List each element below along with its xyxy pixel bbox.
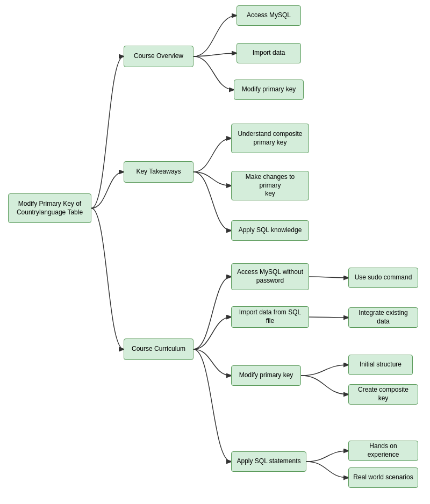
node-realWorld: Real world scenarios [348, 467, 418, 488]
node-useSudo: Use sudo command [348, 268, 418, 288]
node-importData: Import data [236, 43, 301, 63]
node-understandComposite: Understand composite primary key [231, 124, 309, 153]
node-modifyPK1: Modify primary key [234, 80, 304, 100]
node-root: Modify Primary Key of Countrylanguage Ta… [8, 193, 91, 223]
node-handsOn: Hands on experience [348, 441, 418, 461]
node-accessMySQL: Access MySQL [236, 5, 301, 26]
node-initialStructure: Initial structure [348, 355, 413, 375]
diagram: Modify Primary Key of Countrylanguage Ta… [0, 0, 430, 504]
node-importDataSQL: Import data from SQL file [231, 306, 309, 328]
node-applySQLKnowledge: Apply SQL knowledge [231, 220, 309, 241]
node-accessMySQLNoPw: Access MySQL without password [231, 263, 309, 290]
node-courseCurriculum: Course Curriculum [124, 339, 194, 360]
node-applySQLStatements: Apply SQL statements [231, 451, 306, 472]
node-keyTakeaways: Key Takeaways [124, 161, 194, 183]
node-integrateExisting: Integrate existing data [348, 307, 418, 328]
node-makeChanges: Make changes to primary key [231, 171, 309, 200]
node-createComposite: Create composite key [348, 384, 418, 405]
node-modifyPK2: Modify primary key [231, 365, 301, 386]
node-courseOverview: Course Overview [124, 46, 194, 67]
